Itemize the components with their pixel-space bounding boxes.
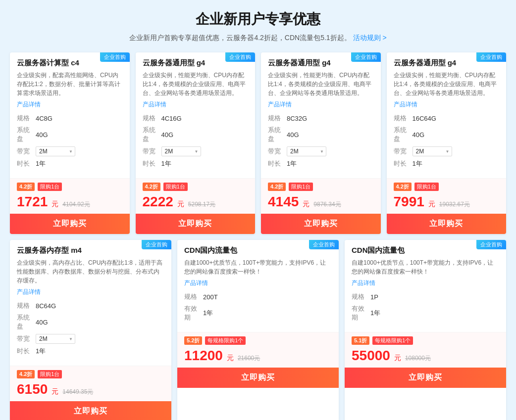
product-detail-link[interactable]: 产品详情 <box>17 100 41 109</box>
spec-row-bandwidth: 带宽 2M 5M 10M <box>17 146 123 156</box>
enterprise-badge: 企业首购 <box>100 52 130 62</box>
card-pricing: 4.2折 限购1台 6150 元 14649.35元 <box>10 366 171 401</box>
spec-row-bandwidth: 带宽 2M 5M 10M <box>268 146 374 156</box>
current-price: 2222 <box>143 194 173 210</box>
price-row: 2222 元 5298.17元 <box>143 194 249 210</box>
limit-badge: 限购1台 <box>289 183 313 191</box>
spec-label: 规格 <box>143 114 161 123</box>
product-card: 企业首购 云服务器通用型 g4 企业级实例，性能更均衡、CPU内存配比1:4，各… <box>136 52 256 234</box>
product-detail-link[interactable]: 产品详情 <box>184 279 208 287</box>
product-card: 企业首购 云服务器计算型 c4 企业级实例，配套高性能网络、CPU内存配比1:2… <box>10 52 130 234</box>
product-card: 企业首购 CDN国内流量包 自建1000+优质节点，100T+带宽能力，支持IP… <box>177 240 339 420</box>
spec-value: 8C64G <box>36 302 56 310</box>
buy-button[interactable]: 立即购买 <box>10 401 171 420</box>
duration-value: 1年 <box>161 159 171 168</box>
bandwidth-select[interactable]: 2M 5M 10M <box>413 146 452 156</box>
card-pricing: 5.2折 每规格限购1个 11200 元 21600元 <box>177 332 339 368</box>
spec-row-duration: 时长 1年 <box>17 347 164 356</box>
spec-row-spec: 规格 4C16G <box>143 114 249 123</box>
product-detail-link[interactable]: 产品详情 <box>268 100 292 109</box>
price-unit: 元 <box>177 200 184 209</box>
spec-row-duration: 有效期 1年 <box>352 304 499 322</box>
enterprise-badge: 企业首购 <box>476 52 506 62</box>
price-unit: 元 <box>52 200 58 209</box>
duration-label: 有效期 <box>184 304 203 322</box>
price-unit: 元 <box>303 200 310 209</box>
limit-badge: 限购1台 <box>414 183 439 191</box>
discount-badge: 5.1折 <box>352 336 369 345</box>
product-card: 企业首购 CDN国内流量包 自建1000+优质节点，100T+带宽能力，支持IP… <box>345 240 506 420</box>
disk-label: 系统盘 <box>143 126 161 143</box>
product-card: 企业首购 云服务器通用型 g4 企业级实例，性能更均衡、CPU内存配比1:4，各… <box>261 52 381 234</box>
spec-row-duration: 时长 1年 <box>143 159 249 168</box>
top-cards-grid: 企业首购 云服务器计算型 c4 企业级实例，配套高性能网络、CPU内存配比1:2… <box>10 52 506 234</box>
card-desc: 自建1000+优质节点，100T+带宽能力，支持IPV6，让您的网站像百度搜索一… <box>184 258 332 276</box>
card-specs: 规格 4C16G 系统盘 40G 带宽 2M 5M <box>143 114 249 168</box>
buy-button[interactable]: 立即购买 <box>387 214 507 234</box>
disk-value: 40G <box>413 131 425 139</box>
buy-button[interactable]: 立即购买 <box>177 368 339 388</box>
bottom-cards-grid: 企业首购 云服务器内存型 m4 企业级实例，高内存占比、CPU内存配比1:8，适… <box>10 240 506 420</box>
bandwidth-select[interactable]: 2M 5M 10M <box>287 146 326 156</box>
buy-button[interactable]: 立即购买 <box>136 214 256 234</box>
bw-label: 带宽 <box>143 147 161 156</box>
spec-row-duration: 有效期 1年 <box>184 304 332 322</box>
spec-row-duration: 时长 1年 <box>268 159 374 168</box>
bandwidth-select[interactable]: 2M 5M 10M <box>161 146 201 156</box>
discount-badge: 4.2折 <box>143 183 160 191</box>
disk-label: 系统盘 <box>17 313 36 331</box>
spec-label: 规格 <box>17 114 36 123</box>
buy-button[interactable]: 立即购买 <box>261 214 381 234</box>
product-detail-link[interactable]: 产品详情 <box>352 279 375 287</box>
buy-button[interactable]: 立即购买 <box>345 368 506 388</box>
card-title: 云服务器通用型 g4 <box>394 58 472 68</box>
current-price: 4145 <box>268 194 299 210</box>
spec-value: 200T <box>203 293 218 301</box>
card-specs: 规格 4C8G 系统盘 40G 带宽 2M 5M <box>17 114 123 168</box>
product-detail-link[interactable]: 产品详情 <box>394 100 417 109</box>
card-pricing: 5.1折 每规格限购1个 55000 元 108000元 <box>345 332 506 368</box>
spec-label: 规格 <box>268 114 287 123</box>
price-unit: 元 <box>227 354 234 363</box>
spec-row-bandwidth: 带宽 2M 5M 10M <box>394 146 500 156</box>
enterprise-badge: 企业首购 <box>142 240 171 249</box>
card-desc: 企业级实例，高内存占比、CPU内存配比1:8，适用于高性能数据库、内存数据库、数… <box>17 258 164 285</box>
bandwidth-select[interactable]: 2M 5M 10M <box>36 146 75 156</box>
disk-value: 40G <box>36 131 48 139</box>
price-row: 4145 元 9876.34元 <box>268 194 374 210</box>
card-body: 云服务器通用型 g4 企业级实例，性能更均衡、CPU内存配比1:4，各类规模的企… <box>261 52 381 178</box>
price-row: 6150 元 14649.35元 <box>17 381 164 397</box>
card-desc: 自建1000+优质节点，100T+带宽能力，支持IPV6，让您的网站像百度搜索一… <box>352 258 499 276</box>
card-pricing: 4.2折 限购1台 2222 元 5298.17元 <box>136 178 256 214</box>
price-badges: 4.2折 限购1台 <box>268 183 374 191</box>
price-row: 11200 元 21600元 <box>184 348 332 364</box>
bandwidth-select[interactable]: 2M 5M 10M <box>36 334 75 344</box>
activity-rules-link[interactable]: 活动规则 > <box>353 34 387 42</box>
duration-label: 时长 <box>143 159 161 168</box>
enterprise-badge: 企业首购 <box>309 240 339 249</box>
enterprise-badge: 企业首购 <box>351 52 381 62</box>
duration-label: 时长 <box>17 159 36 168</box>
bw-label: 带宽 <box>394 147 413 156</box>
price-badges: 4.2折 限购1台 <box>143 183 249 191</box>
spec-row-spec: 规格 8C32G <box>268 114 374 123</box>
card-body: 云服务器内存型 m4 企业级实例，高内存占比、CPU内存配比1:8，适用于高性能… <box>10 240 171 366</box>
bw-select-wrapper: 2M 5M 10M <box>36 146 75 156</box>
price-badges: 5.2折 每规格限购1个 <box>184 336 332 345</box>
discount-badge: 4.2折 <box>17 370 35 378</box>
buy-button[interactable]: 立即购买 <box>10 214 130 234</box>
card-specs: 规格 8C32G 系统盘 40G 带宽 2M 5M <box>268 114 374 168</box>
spec-label: 规格 <box>184 292 203 301</box>
card-body: CDN国内流量包 自建1000+优质节点，100T+带宽能力，支持IPV6，让您… <box>177 240 339 332</box>
spec-row-duration: 时长 1年 <box>394 159 500 168</box>
product-detail-link[interactable]: 产品详情 <box>143 100 166 109</box>
bw-select-wrapper: 2M 5M 10M <box>413 146 452 156</box>
limit-badge: 限购1台 <box>38 183 62 191</box>
card-title: 云服务器通用型 g4 <box>268 58 347 68</box>
product-detail-link[interactable]: 产品详情 <box>17 288 41 296</box>
spec-row-spec: 规格 8C64G <box>17 301 164 310</box>
spec-label: 规格 <box>352 292 370 301</box>
disk-value: 40G <box>36 319 48 326</box>
duration-value: 1年 <box>36 159 46 168</box>
price-badges: 4.2折 限购1台 <box>17 183 123 191</box>
